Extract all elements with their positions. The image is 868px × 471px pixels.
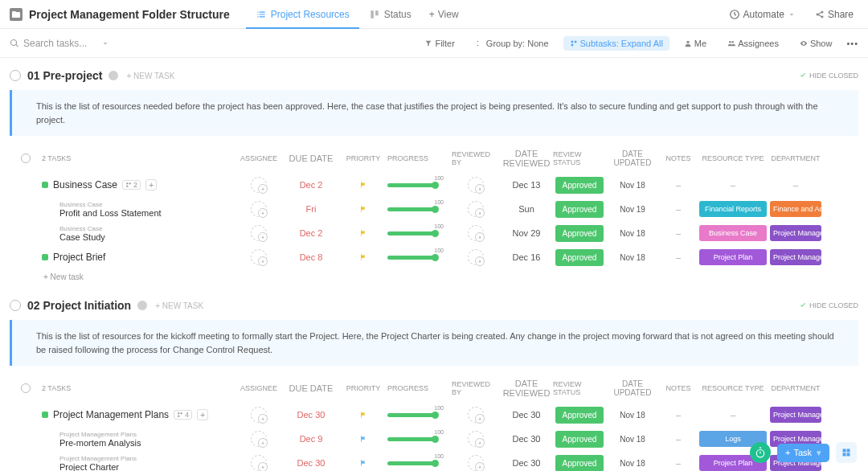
progress-cell[interactable]: 100 xyxy=(387,207,452,211)
assignee-placeholder[interactable] xyxy=(251,431,267,447)
assignee-placeholder[interactable] xyxy=(468,431,484,447)
status-pill[interactable]: Approved xyxy=(555,201,604,218)
more-menu[interactable]: ••• xyxy=(846,39,858,48)
add-subtask-button[interactable]: + xyxy=(197,409,208,420)
assignee-placeholder[interactable] xyxy=(468,177,484,193)
subtasks-button[interactable]: Subtasks: Expand All xyxy=(563,36,669,51)
date-reviewed[interactable]: Dec 30 xyxy=(500,410,553,420)
apps-button[interactable] xyxy=(836,442,857,463)
priority-cell[interactable] xyxy=(339,204,387,214)
progress-cell[interactable]: 100 xyxy=(387,413,452,417)
progress-cell[interactable]: 100 xyxy=(387,183,452,187)
status-pill[interactable]: Approved xyxy=(555,177,604,194)
search-input[interactable]: Search tasks... xyxy=(10,38,114,49)
department-tag[interactable]: Project Managem xyxy=(770,407,821,423)
tab-project-resources[interactable]: Project Resources xyxy=(246,0,359,28)
status-pill[interactable]: Approved xyxy=(555,249,604,266)
due-date[interactable]: Dec 9 xyxy=(283,434,339,444)
due-date[interactable]: Fri xyxy=(283,204,339,214)
progress-cell[interactable]: 100 xyxy=(387,461,452,465)
hide-closed-toggle[interactable]: HIDE CLOSED xyxy=(799,72,858,80)
hide-closed-toggle[interactable]: HIDE CLOSED xyxy=(799,301,858,309)
assignee-placeholder[interactable] xyxy=(251,201,267,217)
automate-button[interactable]: Automate xyxy=(724,6,800,23)
priority-cell[interactable] xyxy=(339,410,387,420)
group-by-button[interactable]: Group by: None xyxy=(469,36,555,51)
subtask-count[interactable]: 4 xyxy=(174,410,192,420)
notes-cell[interactable]: – xyxy=(659,228,698,238)
notes-cell[interactable]: – xyxy=(659,180,698,190)
new-task-link[interactable]: + NEW TASK xyxy=(155,301,203,310)
table-row[interactable]: Business Case Case Study Dec 2 100 Nov 2… xyxy=(10,221,858,245)
assignee-placeholder[interactable] xyxy=(468,201,484,217)
resource-type-tag[interactable]: Project Plan xyxy=(699,249,767,265)
assignees-button[interactable]: Assignees xyxy=(721,36,785,51)
filter-button[interactable]: Filter xyxy=(418,36,461,51)
date-reviewed[interactable]: Dec 16 xyxy=(500,252,553,262)
info-icon[interactable] xyxy=(137,301,147,310)
status-pill[interactable]: Approved xyxy=(555,407,604,424)
me-button[interactable]: Me xyxy=(678,36,713,51)
resource-type-tag[interactable]: Business Case xyxy=(699,225,767,241)
notes-cell[interactable]: – xyxy=(659,252,698,262)
status-circle-icon[interactable] xyxy=(10,300,21,311)
status-square-icon[interactable] xyxy=(42,412,48,418)
progress-cell[interactable]: 100 xyxy=(387,256,452,260)
notes-cell[interactable]: – xyxy=(659,204,698,214)
progress-cell[interactable]: 100 xyxy=(387,231,452,236)
assignee-placeholder[interactable] xyxy=(251,249,267,265)
assignee-placeholder[interactable] xyxy=(468,225,484,241)
assignee-placeholder[interactable] xyxy=(251,225,267,241)
show-button[interactable]: Show xyxy=(793,36,839,51)
new-task-button[interactable]: + Task ▾ xyxy=(777,444,829,462)
status-circle-icon[interactable] xyxy=(10,70,21,81)
status-square-icon[interactable] xyxy=(42,182,48,188)
assignee-placeholder[interactable] xyxy=(468,407,484,423)
notes-cell[interactable]: – xyxy=(659,458,698,468)
department-tag[interactable]: Project Managem xyxy=(770,225,821,241)
priority-cell[interactable] xyxy=(339,180,387,190)
assignee-placeholder[interactable] xyxy=(251,455,267,471)
table-row[interactable]: Project Management Plans 4+ Dec 30 100 D… xyxy=(10,403,858,427)
assignee-placeholder[interactable] xyxy=(468,455,484,471)
status-pill[interactable]: Approved xyxy=(555,431,604,448)
table-row[interactable]: Business Case Profit and Loss Statement … xyxy=(10,197,858,221)
notes-cell[interactable]: – xyxy=(659,410,698,420)
due-date[interactable]: Dec 2 xyxy=(283,180,339,190)
date-reviewed[interactable]: Dec 30 xyxy=(500,434,553,444)
task-name[interactable]: Project Management Plans xyxy=(53,409,169,420)
table-row[interactable]: Project Brief Dec 8 100 Dec 16 Approved … xyxy=(10,245,858,269)
progress-cell[interactable]: 100 xyxy=(387,437,452,441)
resource-type-tag[interactable]: Financial Reports xyxy=(699,201,767,217)
priority-cell[interactable] xyxy=(339,434,387,444)
subtask-name[interactable]: Project Management Plans Pre-mortem Anal… xyxy=(59,431,141,448)
add-view-button[interactable]: + View xyxy=(421,0,467,28)
subtask-count[interactable]: 2 xyxy=(122,180,141,190)
due-date[interactable]: Dec 30 xyxy=(283,410,339,420)
table-row[interactable]: Project Management Plans Project Charter… xyxy=(10,451,858,471)
department-tag[interactable]: Finance and Accou xyxy=(770,201,821,217)
status-square-icon[interactable] xyxy=(42,254,48,260)
priority-cell[interactable] xyxy=(339,458,387,468)
notes-cell[interactable]: – xyxy=(659,434,698,444)
assignee-placeholder[interactable] xyxy=(251,407,267,423)
department-tag[interactable]: Project Managem xyxy=(770,249,821,265)
due-date[interactable]: Dec 8 xyxy=(283,252,339,262)
assignee-placeholder[interactable] xyxy=(468,249,484,265)
tab-status[interactable]: Status xyxy=(359,0,421,28)
date-reviewed[interactable]: Dec 13 xyxy=(500,180,553,190)
add-new-task[interactable]: + New task xyxy=(10,269,858,288)
subtask-name[interactable]: Business Case Profit and Loss Statement xyxy=(59,201,162,218)
task-name[interactable]: Business Case xyxy=(53,179,117,190)
table-row[interactable]: Business Case 2+ Dec 2 100 Dec 13 Approv… xyxy=(10,173,858,197)
due-date[interactable]: Dec 2 xyxy=(283,228,339,238)
share-button[interactable]: Share xyxy=(810,6,858,23)
status-pill[interactable]: Approved xyxy=(555,455,604,472)
priority-cell[interactable] xyxy=(339,228,387,238)
timer-button[interactable] xyxy=(750,442,771,463)
due-date[interactable]: Dec 30 xyxy=(283,458,339,468)
assignee-placeholder[interactable] xyxy=(251,177,267,193)
subtask-name[interactable]: Project Management Plans Project Charter xyxy=(59,455,137,472)
status-pill[interactable]: Approved xyxy=(555,225,604,242)
priority-cell[interactable] xyxy=(339,252,387,262)
